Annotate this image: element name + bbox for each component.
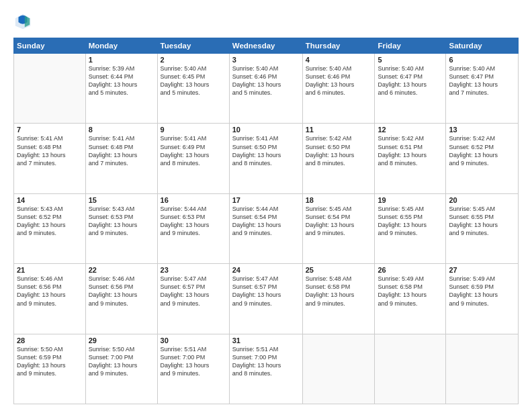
- day-number: 4: [306, 56, 372, 64]
- cell-line: and 5 minutes.: [161, 89, 226, 97]
- cell-line: Daylight: 13 hours: [17, 151, 83, 159]
- cell-line: and 9 minutes.: [306, 300, 372, 308]
- cell-line: and 5 minutes.: [232, 89, 300, 97]
- cell-line: Sunrise: 5:46 AM: [17, 275, 83, 283]
- cell-line: and 8 minutes.: [232, 159, 300, 167]
- header: [13, 12, 519, 31]
- logo: [13, 12, 35, 31]
- cell-line: and 6 minutes.: [306, 89, 372, 97]
- calendar-cell: [375, 334, 446, 404]
- cell-line: Sunrise: 5:41 AM: [161, 134, 226, 142]
- cell-line: Daylight: 13 hours: [232, 221, 300, 229]
- cell-line: and 9 minutes.: [232, 229, 300, 237]
- cell-line: and 9 minutes.: [161, 369, 226, 377]
- cell-line: and 7 minutes.: [89, 159, 154, 167]
- cell-line: Daylight: 13 hours: [161, 81, 226, 89]
- cell-line: Daylight: 13 hours: [378, 221, 443, 229]
- logo-icon: [13, 12, 32, 31]
- day-number: 17: [232, 196, 300, 204]
- calendar-cell: 3Sunrise: 5:40 AMSunset: 6:46 PMDaylight…: [229, 54, 302, 124]
- cell-line: Daylight: 13 hours: [161, 151, 226, 159]
- cell-line: Sunset: 6:56 PM: [17, 283, 83, 291]
- cell-line: Sunset: 6:50 PM: [306, 143, 372, 151]
- week-row-0: 1Sunrise: 5:39 AMSunset: 6:44 PMDaylight…: [14, 54, 519, 124]
- cell-line: and 8 minutes.: [232, 369, 300, 377]
- cell-line: Daylight: 13 hours: [89, 221, 154, 229]
- cell-line: Sunrise: 5:41 AM: [232, 134, 300, 142]
- cell-line: and 7 minutes.: [449, 89, 515, 97]
- cell-line: Sunset: 6:57 PM: [232, 283, 300, 291]
- calendar-cell: 17Sunrise: 5:44 AMSunset: 6:54 PMDayligh…: [229, 193, 302, 263]
- calendar-cell: 26Sunrise: 5:49 AMSunset: 6:58 PMDayligh…: [375, 264, 446, 334]
- cell-line: Sunrise: 5:40 AM: [232, 64, 300, 73]
- calendar-cell: 27Sunrise: 5:49 AMSunset: 6:59 PMDayligh…: [446, 264, 519, 334]
- calendar-cell: 10Sunrise: 5:41 AMSunset: 6:50 PMDayligh…: [229, 124, 302, 193]
- cell-line: Sunset: 6:57 PM: [161, 283, 226, 291]
- cell-line: Sunrise: 5:45 AM: [378, 205, 443, 213]
- cell-line: and 9 minutes.: [449, 300, 515, 308]
- cell-line: Sunrise: 5:51 AM: [232, 345, 300, 353]
- cell-line: Sunrise: 5:39 AM: [89, 64, 154, 73]
- calendar-cell: 19Sunrise: 5:45 AMSunset: 6:55 PMDayligh…: [375, 193, 446, 263]
- day-number: 29: [89, 336, 154, 345]
- day-number: 27: [449, 266, 515, 274]
- cell-line: and 9 minutes.: [449, 229, 515, 237]
- cell-line: Daylight: 13 hours: [161, 291, 226, 299]
- weekday-sunday: Sunday: [14, 38, 86, 54]
- weekday-wednesday: Wednesday: [229, 38, 302, 54]
- day-number: 20: [449, 196, 515, 204]
- cell-line: Sunset: 6:53 PM: [89, 213, 154, 221]
- cell-line: and 6 minutes.: [378, 89, 443, 97]
- calendar-cell: 24Sunrise: 5:47 AMSunset: 6:57 PMDayligh…: [229, 264, 302, 334]
- day-number: 1: [89, 56, 154, 64]
- cell-line: and 9 minutes.: [378, 300, 443, 308]
- cell-line: Sunset: 6:53 PM: [161, 213, 226, 221]
- cell-line: Sunset: 6:49 PM: [161, 143, 226, 151]
- day-number: 13: [449, 126, 515, 134]
- weekday-tuesday: Tuesday: [157, 38, 229, 54]
- day-number: 18: [306, 196, 372, 204]
- cell-line: Sunset: 6:50 PM: [232, 143, 300, 151]
- day-number: 10: [232, 126, 300, 134]
- day-number: 28: [17, 336, 83, 345]
- day-number: 5: [378, 56, 443, 64]
- weekday-monday: Monday: [85, 38, 157, 54]
- cell-line: Sunrise: 5:48 AM: [306, 275, 372, 283]
- cell-line: Sunrise: 5:50 AM: [89, 345, 154, 353]
- calendar-cell: 6Sunrise: 5:40 AMSunset: 6:47 PMDaylight…: [446, 54, 519, 124]
- cell-line: Daylight: 13 hours: [17, 221, 83, 229]
- day-number: 2: [161, 56, 226, 64]
- day-number: 11: [306, 126, 372, 134]
- cell-line: Daylight: 13 hours: [306, 221, 372, 229]
- calendar-cell: 7Sunrise: 5:41 AMSunset: 6:48 PMDaylight…: [14, 124, 86, 193]
- calendar-cell: 11Sunrise: 5:42 AMSunset: 6:50 PMDayligh…: [302, 124, 375, 193]
- cell-line: Daylight: 13 hours: [17, 361, 83, 369]
- cell-line: Daylight: 13 hours: [378, 291, 443, 299]
- calendar-cell: 1Sunrise: 5:39 AMSunset: 6:44 PMDaylight…: [85, 54, 157, 124]
- cell-line: Sunrise: 5:42 AM: [306, 134, 372, 142]
- cell-line: and 8 minutes.: [306, 159, 372, 167]
- cell-line: Sunrise: 5:42 AM: [378, 134, 443, 142]
- cell-line: Sunset: 6:47 PM: [378, 73, 443, 81]
- cell-line: Sunrise: 5:40 AM: [161, 64, 226, 73]
- cell-line: Sunset: 6:44 PM: [89, 73, 154, 81]
- cell-line: Daylight: 13 hours: [89, 291, 154, 299]
- day-number: 12: [378, 126, 443, 134]
- calendar-cell: 18Sunrise: 5:45 AMSunset: 6:54 PMDayligh…: [302, 193, 375, 263]
- cell-line: Sunrise: 5:40 AM: [306, 64, 372, 73]
- cell-line: Sunrise: 5:50 AM: [17, 345, 83, 353]
- calendar-cell: 23Sunrise: 5:47 AMSunset: 6:57 PMDayligh…: [157, 264, 229, 334]
- calendar-cell: 16Sunrise: 5:44 AMSunset: 6:53 PMDayligh…: [157, 193, 229, 263]
- day-number: 3: [232, 56, 300, 64]
- cell-line: Sunrise: 5:40 AM: [449, 64, 515, 73]
- cell-line: Daylight: 13 hours: [449, 291, 515, 299]
- cell-line: Sunset: 6:54 PM: [232, 213, 300, 221]
- day-number: 19: [378, 196, 443, 204]
- calendar-cell: 9Sunrise: 5:41 AMSunset: 6:49 PMDaylight…: [157, 124, 229, 193]
- cell-line: and 9 minutes.: [17, 369, 83, 377]
- cell-line: and 9 minutes.: [232, 300, 300, 308]
- calendar-table: SundayMondayTuesdayWednesdayThursdayFrid…: [13, 38, 519, 404]
- calendar-cell: 12Sunrise: 5:42 AMSunset: 6:51 PMDayligh…: [375, 124, 446, 193]
- day-number: 15: [89, 196, 154, 204]
- cell-line: Sunrise: 5:43 AM: [17, 205, 83, 213]
